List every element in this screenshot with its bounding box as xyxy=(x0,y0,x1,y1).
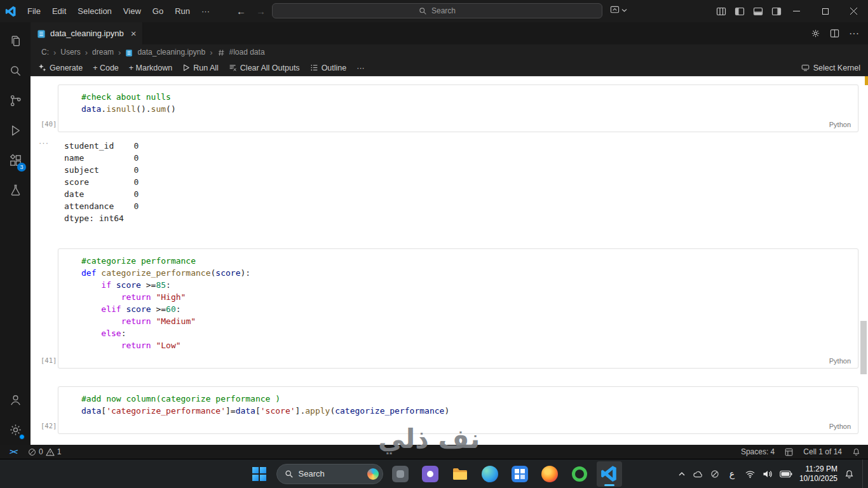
editor-area: data_cleaning.ipynb × ··· C: › Users › d… xyxy=(31,22,868,445)
taskbar-search[interactable]: Search xyxy=(276,464,383,484)
menu-selection[interactable]: Selection xyxy=(72,6,117,16)
volume-icon[interactable] xyxy=(763,470,773,478)
source-control-icon[interactable] xyxy=(0,86,31,116)
notebook-file-icon xyxy=(125,49,133,57)
problems-indicator[interactable]: 0 1 xyxy=(28,447,61,456)
toolbar-more-icon[interactable]: ··· xyxy=(356,64,365,72)
command-center-search[interactable]: Search xyxy=(272,3,602,18)
breadcrumb-cell-symbol[interactable]: #load data xyxy=(229,48,265,57)
more-actions-icon[interactable]: ··· xyxy=(849,28,859,39)
output-text: student_id 0 name 0 subject 0 score 0 da… xyxy=(58,139,139,224)
wifi-icon[interactable] xyxy=(745,470,756,478)
code-token: >= xyxy=(151,304,166,314)
minimize-button[interactable] xyxy=(782,0,811,22)
app-blue-grid-icon[interactable] xyxy=(507,461,532,487)
toggle-primary-sidebar-icon[interactable] xyxy=(735,6,745,17)
clock-date: 10/10/2025 xyxy=(799,474,837,484)
notebook-toolbar: Generate + Code + Markdown Run All Clear… xyxy=(31,60,868,76)
code-token: 'score' xyxy=(261,406,295,416)
app-purple-icon[interactable] xyxy=(417,461,443,487)
menu-edit[interactable]: Edit xyxy=(46,6,72,16)
shield-icon[interactable] xyxy=(710,470,719,478)
forward-arrow-icon[interactable]: → xyxy=(256,6,266,17)
account-icon[interactable] xyxy=(0,385,31,415)
breadcrumb-file[interactable]: data_cleaning.ipynb xyxy=(137,48,205,57)
app-dark-icon[interactable] xyxy=(388,461,413,487)
testing-icon[interactable] xyxy=(0,175,31,205)
add-code-button[interactable]: + Code xyxy=(93,64,119,72)
system-tray: ع 11:29 PM 10/10/2025 xyxy=(678,459,864,488)
gear-icon[interactable] xyxy=(811,29,820,38)
layout-icon[interactable] xyxy=(785,448,793,456)
run-debug-icon[interactable] xyxy=(0,116,31,146)
code-token: categorize_performance xyxy=(101,268,210,278)
output-more-actions[interactable]: ··· xyxy=(31,139,58,224)
start-button[interactable] xyxy=(247,461,272,487)
menu-more[interactable]: ··· xyxy=(196,6,215,16)
show-desktop-button[interactable] xyxy=(862,459,864,488)
customize-layout-icon[interactable] xyxy=(716,6,726,17)
edge-icon[interactable] xyxy=(477,461,503,487)
file-explorer-icon[interactable] xyxy=(447,461,473,487)
split-editor-icon[interactable] xyxy=(830,29,839,38)
generate-button[interactable]: Generate xyxy=(38,64,83,72)
back-arrow-icon[interactable]: ← xyxy=(236,6,246,17)
breadcrumb-users[interactable]: Users xyxy=(60,48,80,57)
window-controls xyxy=(782,0,868,22)
vscode-taskbar-icon[interactable] xyxy=(597,461,622,487)
breadcrumb-dream[interactable]: dream xyxy=(92,48,114,57)
notifications-bell-icon[interactable] xyxy=(852,448,860,456)
code-editor[interactable]: #add now column(categorize performance )… xyxy=(58,387,858,433)
language-indicator[interactable]: ع xyxy=(726,469,738,479)
code-editor[interactable]: #categorize performancedef categorize_pe… xyxy=(58,249,858,368)
run-all-button[interactable]: Run All xyxy=(182,64,219,72)
maximize-button[interactable] xyxy=(811,0,839,22)
code-editor[interactable]: #check about nullsdata.isnull().sum() xyxy=(58,85,858,132)
code-token: data xyxy=(81,406,101,416)
outline-button[interactable]: Outline xyxy=(310,64,347,72)
extensions-icon[interactable]: 3 xyxy=(0,146,31,175)
execution-count: [42] xyxy=(41,422,57,430)
toggle-secondary-sidebar-icon[interactable] xyxy=(771,6,782,17)
code-cell: #add now column(categorize performance )… xyxy=(58,386,858,434)
code-line: return "Medium" xyxy=(81,315,851,327)
tab-close-icon[interactable]: × xyxy=(131,29,137,38)
notebook-content: [40]#check about nullsdata.isnull().sum(… xyxy=(31,76,868,445)
settings-gear-icon[interactable] xyxy=(0,415,31,445)
explorer-icon[interactable] xyxy=(0,26,31,56)
cell-indicator[interactable]: Cell 1 of 14 xyxy=(803,447,842,456)
code-line: elif score >=60: xyxy=(81,303,851,315)
windows-taskbar: Search ع 11:29 PM 10/10/2025 xyxy=(0,459,868,488)
tab-data-cleaning[interactable]: data_cleaning.ipynb × xyxy=(31,22,143,44)
menu-run[interactable]: Run xyxy=(169,6,196,16)
cell-gutter: [41] xyxy=(31,248,58,369)
clear-outputs-button[interactable]: Clear All Outputs xyxy=(229,64,300,72)
search-sidebar-icon[interactable] xyxy=(0,56,31,86)
firefox-icon[interactable] xyxy=(537,461,562,487)
select-kernel-button[interactable]: Select Kernel xyxy=(801,64,860,72)
notification-bell-icon[interactable] xyxy=(844,470,854,479)
code-token: score xyxy=(126,304,151,314)
add-markdown-button[interactable]: + Markdown xyxy=(129,64,172,72)
onedrive-cloud-icon[interactable] xyxy=(693,470,703,478)
code-token: data xyxy=(236,406,255,416)
tray-chevron-up-icon[interactable] xyxy=(678,471,686,477)
breadcrumb-drive[interactable]: C: xyxy=(41,48,49,57)
menu-view[interactable]: View xyxy=(118,6,147,16)
breadcrumb-separator: › xyxy=(85,48,88,57)
toggle-panel-icon[interactable] xyxy=(753,6,763,17)
editor-scrollbar[interactable] xyxy=(860,321,867,374)
open-window-action[interactable] xyxy=(610,5,627,15)
spaces-indicator[interactable]: Spaces: 4 xyxy=(741,447,775,456)
close-button[interactable] xyxy=(839,0,868,22)
cell-language-label: Python xyxy=(829,423,851,430)
menu-go[interactable]: Go xyxy=(147,6,169,16)
app-green-icon[interactable] xyxy=(567,461,592,487)
taskbar-clock[interactable]: 11:29 PM 10/10/2025 xyxy=(799,464,837,484)
cell-language-label: Python xyxy=(829,357,851,365)
code-token xyxy=(81,292,121,302)
battery-icon[interactable] xyxy=(780,470,792,478)
remote-indicator[interactable]: >< xyxy=(3,447,24,456)
menu-file[interactable]: File xyxy=(22,6,46,16)
tab-bar: data_cleaning.ipynb × ··· xyxy=(31,22,868,44)
